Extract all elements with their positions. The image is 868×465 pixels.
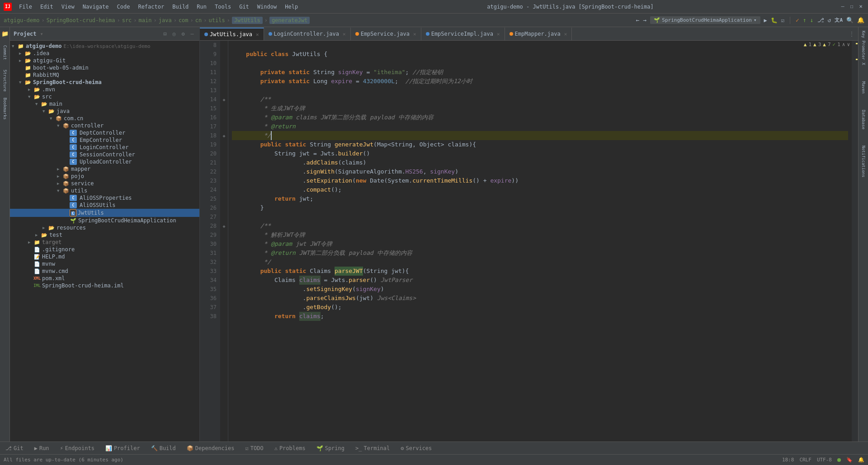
tree-atgigu-git[interactable]: ▶ 📂 atgigu-Git bbox=[10, 57, 199, 64]
tree-utils[interactable]: ▼ 📦 utils bbox=[10, 187, 199, 194]
problems-tab[interactable]: ⚠ Problems bbox=[273, 444, 307, 452]
terminal-tab[interactable]: >_ Terminal bbox=[354, 444, 392, 452]
notifications-status[interactable]: 🔔 bbox=[858, 457, 864, 463]
tree-springapp[interactable]: ▶ 🌱 SpringBootCrudHeimaApplication bbox=[10, 217, 199, 224]
menu-window[interactable]: Window bbox=[254, 2, 280, 11]
settings-button[interactable]: ⚙ bbox=[179, 30, 187, 38]
breadcrumb-springboot[interactable]: SpringBoot-crud-heima bbox=[47, 17, 115, 23]
close-button[interactable]: ✕ bbox=[857, 3, 864, 10]
menu-file[interactable]: File bbox=[15, 2, 36, 11]
tree-idea[interactable]: ▶ 📂 .idea bbox=[10, 50, 199, 57]
scrollbar-panel[interactable] bbox=[852, 41, 858, 442]
menu-tools[interactable]: Tools bbox=[211, 2, 235, 11]
build-tab[interactable]: 🔨 Build bbox=[149, 444, 178, 452]
tree-uploadcontroller[interactable]: ▶ C UploadController bbox=[10, 158, 199, 165]
more-tabs-button[interactable]: ⋮ bbox=[845, 28, 858, 40]
tree-rabbitmq[interactable]: ▶ 📁 RabbitMQ bbox=[10, 71, 199, 79]
menu-code[interactable]: Code bbox=[113, 2, 134, 11]
minimize-button[interactable]: ─ bbox=[839, 3, 846, 10]
close-tab-empmapper[interactable]: ✕ bbox=[564, 31, 567, 37]
tree-src[interactable]: ▼ 📂 src bbox=[10, 93, 199, 100]
git-push-button[interactable]: ↑ bbox=[803, 17, 807, 23]
tree-mvnw[interactable]: ▶ 📄 mvnw bbox=[10, 260, 199, 268]
close-tab-logincontroller[interactable]: ✕ bbox=[343, 31, 346, 37]
back-button[interactable]: ← bbox=[636, 17, 640, 23]
commit-icon[interactable]: Commit bbox=[0, 48, 9, 57]
tree-java[interactable]: ▼ 📂 java bbox=[10, 108, 199, 115]
structure-icon[interactable]: Structure bbox=[0, 76, 9, 85]
database-panel[interactable]: Database bbox=[859, 106, 868, 133]
collapse-all-button[interactable]: ⊟ bbox=[161, 30, 169, 38]
menu-navigate[interactable]: Navigate bbox=[79, 2, 113, 11]
key-promoter-panel[interactable]: Key Promoter X bbox=[859, 27, 868, 69]
tree-deptcontroller[interactable]: ▶ C DeptController bbox=[10, 129, 199, 136]
git-tab[interactable]: ⎇ Git bbox=[4, 444, 25, 452]
tree-mvn[interactable]: ▶ 📂 .mvn bbox=[10, 86, 199, 93]
breadcrumb-cn[interactable]: cn bbox=[195, 17, 202, 23]
tree-pojo[interactable]: ▶ 📦 pojo bbox=[10, 173, 199, 180]
breadcrumb-utils[interactable]: utils bbox=[208, 17, 225, 23]
cursor-position[interactable]: 18:8 bbox=[782, 457, 794, 463]
close-panel-button[interactable]: — bbox=[189, 30, 196, 38]
tree-aliossutils[interactable]: ▶ C AliOSSUtils bbox=[10, 202, 199, 209]
breadcrumb-atgigu-demo[interactable]: atgigu-demo bbox=[4, 17, 39, 23]
tree-logincontroller[interactable]: ▶ C LoginController bbox=[10, 144, 199, 151]
tree-empcontroller[interactable]: ▶ C EmpController bbox=[10, 136, 199, 144]
spring-tab[interactable]: 🌱 Spring bbox=[315, 444, 346, 452]
tree-root[interactable]: ▼ 📁 atgigu-demo E:\idea-workspace\atgigu… bbox=[10, 42, 199, 50]
menu-run[interactable]: Run bbox=[193, 2, 210, 11]
git-branch-button[interactable]: ⎇ bbox=[817, 17, 824, 23]
tree-sessioncontroller[interactable]: ▶ C SessionController bbox=[10, 151, 199, 158]
dependencies-tab[interactable]: 📦 Dependencies bbox=[185, 444, 236, 452]
close-tab-empserviceimpl[interactable]: ✕ bbox=[497, 31, 500, 37]
tree-helpmd[interactable]: ▶ 📝 HELP.md bbox=[10, 253, 199, 260]
notifications-button[interactable]: 🔔 bbox=[857, 17, 864, 23]
tree-resources[interactable]: ▶ 📂 resources bbox=[10, 224, 199, 231]
indent-setting[interactable]: 🔖 bbox=[846, 457, 853, 463]
todo-tab[interactable]: ☑ TODO bbox=[244, 444, 265, 452]
breadcrumb-com[interactable]: com bbox=[179, 17, 189, 23]
tree-mvnwcmd[interactable]: ▶ 📄 mvnw.cmd bbox=[10, 268, 199, 275]
undo-button[interactable]: ↺ bbox=[828, 17, 831, 23]
project-panel-icon[interactable]: 📁 bbox=[0, 29, 9, 38]
maven-panel[interactable]: Maven bbox=[859, 78, 868, 97]
breadcrumb-src[interactable]: src bbox=[122, 17, 132, 23]
tree-main[interactable]: ▼ 📂 main bbox=[10, 100, 199, 108]
tree-target[interactable]: ▶ 📁 target bbox=[10, 239, 199, 246]
breadcrumb-main[interactable]: main bbox=[139, 17, 152, 23]
file-encoding[interactable]: UTF-8 bbox=[817, 457, 832, 463]
run-config-selector[interactable]: 🌱 SpringBootCrudHeimaApplication ▾ bbox=[650, 16, 760, 24]
menu-build[interactable]: Build bbox=[169, 2, 192, 11]
tree-aliossproperties[interactable]: ▶ C AliOSSProperties bbox=[10, 194, 199, 202]
tree-service[interactable]: ▶ 📦 service bbox=[10, 180, 199, 187]
close-tab-empservice[interactable]: ✕ bbox=[413, 31, 416, 37]
run-tab[interactable]: ▶ Run bbox=[33, 444, 51, 452]
search-everywhere-button[interactable]: 🔍 bbox=[846, 17, 854, 23]
tree-controller[interactable]: ▼ 📦 controller bbox=[10, 122, 199, 129]
code-editor[interactable]: ▲1 ▲3 ▲7 ✓1 ∧ ∨ 8 9 10 11 12 13 14 15 16… bbox=[200, 41, 858, 442]
menu-help[interactable]: Help bbox=[281, 2, 302, 11]
close-tab-jwtutils[interactable]: ✕ bbox=[256, 32, 259, 38]
services-tab[interactable]: ⚙ Services bbox=[399, 444, 434, 452]
tab-jwtutils[interactable]: JwtUtils.java ✕ bbox=[200, 28, 264, 40]
endpoints-tab[interactable]: ⚡ Endpoints bbox=[58, 444, 96, 452]
project-dropdown-icon[interactable]: ▾ bbox=[40, 31, 43, 37]
git-check-button[interactable]: ✓ bbox=[796, 17, 799, 23]
maximize-button[interactable]: □ bbox=[848, 3, 855, 10]
line-ending[interactable]: CRLF bbox=[799, 457, 811, 463]
tab-empmapper[interactable]: EmpMapper.java ✕ bbox=[505, 28, 572, 40]
tree-mapper[interactable]: ▶ 📦 mapper bbox=[10, 165, 199, 173]
tree-jwtutils[interactable]: ▶ C JwtUtils bbox=[10, 209, 199, 217]
tree-iml[interactable]: ▶ IML SpringBoot-crud-heima.iml bbox=[10, 282, 199, 289]
breadcrumb-generatejwt[interactable]: generateJwt bbox=[269, 17, 310, 24]
menu-refactor[interactable]: Refactor bbox=[134, 2, 168, 11]
debug-button[interactable]: 🐛 bbox=[771, 17, 778, 23]
tree-boot-web[interactable]: ▶ 📁 boot-web-05-admin bbox=[10, 64, 199, 71]
run-button[interactable]: ▶ bbox=[764, 17, 767, 23]
forward-button[interactable]: → bbox=[643, 17, 646, 23]
breadcrumb-java[interactable]: java bbox=[159, 17, 172, 23]
locate-file-button[interactable]: ◎ bbox=[170, 30, 178, 38]
profiler-tab[interactable]: 📊 Profiler bbox=[104, 444, 142, 452]
tree-com-cn[interactable]: ▼ 📦 com.cn bbox=[10, 115, 199, 122]
coverage-button[interactable]: ☑ bbox=[781, 17, 784, 23]
